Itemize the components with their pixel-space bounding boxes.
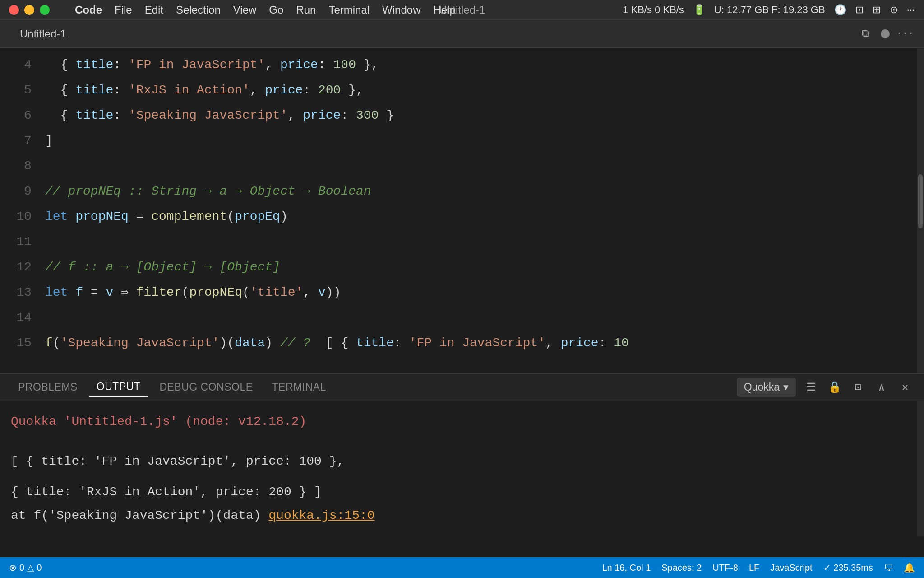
copy-output-button[interactable]: ⊡ xyxy=(850,379,866,396)
status-spaces[interactable]: Spaces: 2 xyxy=(661,563,702,573)
menubar-netspeed: 1 KB/s 0 KB/s xyxy=(623,4,684,16)
menubar-edit[interactable]: Edit xyxy=(145,4,163,16)
menubar-selection[interactable]: Selection xyxy=(176,4,221,16)
panel-tabs: PROBLEMS OUTPUT DEBUG CONSOLE TERMINAL Q… xyxy=(0,374,924,401)
menubar-terminal[interactable]: Terminal xyxy=(328,4,370,16)
lock-icon[interactable]: 🔒 xyxy=(827,379,843,396)
code-line-9: // propNEq :: String → a → Object → Bool… xyxy=(45,179,917,204)
collapse-panel-button[interactable]: ∧ xyxy=(873,379,890,396)
menubar-right: 1 KB/s 0 KB/s 🔋 U: 12.77 GB F: 19.23 GB … xyxy=(623,4,915,16)
tab-title: Untitled-1 xyxy=(20,28,66,40)
menubar-go[interactable]: Go xyxy=(269,4,283,16)
panel-area: PROBLEMS OUTPUT DEBUG CONSOLE TERMINAL Q… xyxy=(0,373,924,536)
error-count: 0 xyxy=(19,563,24,573)
clock-icon: 🕐 xyxy=(834,4,846,16)
code-line-13: let f = v ⇒ filter(propNEq('title', v)) xyxy=(45,280,917,305)
editor-scrollbar-thumb[interactable] xyxy=(918,174,923,228)
feedback-icon[interactable]: 🗨 xyxy=(884,563,893,573)
status-language[interactable]: JavaScript xyxy=(770,563,812,573)
status-left: ⊗ 0 △ 0 xyxy=(9,562,42,573)
status-encoding[interactable]: UTF-8 xyxy=(712,563,738,573)
output-at-text: at f('Speaking JavaScript')(data) xyxy=(11,508,268,522)
code-editor[interactable]: { title: 'FP in JavaScript', price: 100 … xyxy=(36,48,917,373)
chevron-down-icon: ▾ xyxy=(783,381,789,393)
control-center-icon: ⊞ xyxy=(873,4,881,16)
clear-output-button[interactable]: ☰ xyxy=(803,379,819,396)
code-line-7: ] xyxy=(45,128,917,154)
menubar-items: Code File Edit Selection View Go Run Ter… xyxy=(62,4,610,16)
tab-output[interactable]: OUTPUT xyxy=(89,377,148,397)
code-line-6: { title: 'Speaking JavaScript', price: 3… xyxy=(45,103,917,128)
more-menu-icon[interactable]: ··· xyxy=(907,4,915,16)
code-line-11 xyxy=(45,229,917,255)
code-line-5: { title: 'RxJS in Action', price: 200 }, xyxy=(45,78,917,103)
status-errors[interactable]: ⊗ 0 △ 0 xyxy=(9,562,42,573)
status-right: Ln 16, Col 1 Spaces: 2 UTF-8 LF JavaScri… xyxy=(602,562,915,573)
editor-scrollbar[interactable] xyxy=(917,48,924,373)
warning-icon: △ xyxy=(27,562,34,573)
minimize-button[interactable] xyxy=(24,5,34,15)
menubar-run[interactable]: Run xyxy=(296,4,316,16)
status-eol[interactable]: LF xyxy=(749,563,759,573)
editor-tab-untitled[interactable]: Untitled-1 xyxy=(11,24,75,44)
panel-output: Quokka 'Untitled-1.js' (node: v12.18.2) … xyxy=(0,401,924,536)
warning-count: 0 xyxy=(37,563,42,573)
panel-tab-right: Quokka ▾ ☰ 🔒 ⊡ ∧ ✕ xyxy=(737,378,913,397)
menubar-file[interactable]: File xyxy=(115,4,132,16)
tab-debug-console[interactable]: DEBUG CONSOLE xyxy=(152,378,260,397)
tab-icons: ⧉ ··· xyxy=(857,26,913,42)
battery-icon: 🔋 xyxy=(693,4,705,16)
code-line-14 xyxy=(45,305,917,331)
output-header: Quokka 'Untitled-1.js' (node: v12.18.2) xyxy=(11,410,913,434)
maximize-button[interactable] xyxy=(40,5,50,15)
menubar-view[interactable]: View xyxy=(233,4,257,16)
output-quokka-link[interactable]: quokka.js:15:0 xyxy=(268,508,374,522)
status-dot xyxy=(881,29,890,38)
error-icon: ⊗ xyxy=(9,562,17,573)
window-title: Untitled-1 xyxy=(439,4,485,16)
code-line-15: f('Speaking JavaScript')(data) // ? [ { … xyxy=(45,331,917,356)
menubar: Code File Edit Selection View Go Run Ter… xyxy=(0,0,924,20)
close-button[interactable] xyxy=(9,5,19,15)
menubar-window[interactable]: Window xyxy=(382,4,420,16)
code-line-8 xyxy=(45,154,917,179)
code-line-4: { title: 'FP in JavaScript', price: 100 … xyxy=(45,52,917,78)
tab-terminal[interactable]: TERMINAL xyxy=(265,378,333,397)
close-panel-button[interactable]: ✕ xyxy=(897,379,913,396)
more-actions-button[interactable]: ··· xyxy=(897,26,913,42)
output-array-line2: { title: 'RxJS in Action', price: 200 } … xyxy=(11,480,913,504)
split-editor-button[interactable]: ⧉ xyxy=(857,26,873,42)
editor-area: 4 5 6 7 8 9 10 11 12 13 14 15 { title: '… xyxy=(0,48,924,373)
code-line-10: let propNEq = complement(propEq) xyxy=(45,204,917,229)
output-array-line1: [ { title: 'FP in JavaScript', price: 10… xyxy=(11,450,913,473)
airplay-icon: ⊡ xyxy=(855,4,864,16)
output-at-line: at f('Speaking JavaScript')(data) quokka… xyxy=(11,504,913,527)
status-bar: ⊗ 0 △ 0 Ln 16, Col 1 Spaces: 2 UTF-8 LF … xyxy=(0,557,924,578)
notification-bell-icon[interactable]: 🔔 xyxy=(904,562,915,573)
menubar-code[interactable]: Code xyxy=(75,4,102,16)
dropdown-label: Quokka xyxy=(744,381,780,393)
tab-problems[interactable]: PROBLEMS xyxy=(11,378,85,397)
tab-bar: Untitled-1 ⧉ ··· xyxy=(0,20,924,48)
traffic-lights[interactable] xyxy=(9,5,50,15)
status-ln-col[interactable]: Ln 16, Col 1 xyxy=(602,563,651,573)
status-timing: ✓ 235.35ms xyxy=(823,562,873,573)
code-line-12: // f :: a → [Object] → [Object] xyxy=(45,255,917,280)
notification-icon: ⊙ xyxy=(890,4,898,16)
menubar-diskinfo: U: 12.77 GB F: 19.23 GB xyxy=(714,4,825,16)
line-numbers: 4 5 6 7 8 9 10 11 12 13 14 15 xyxy=(0,48,36,373)
panel-scrollbar[interactable] xyxy=(917,401,924,536)
output-source-dropdown[interactable]: Quokka ▾ xyxy=(737,378,796,397)
